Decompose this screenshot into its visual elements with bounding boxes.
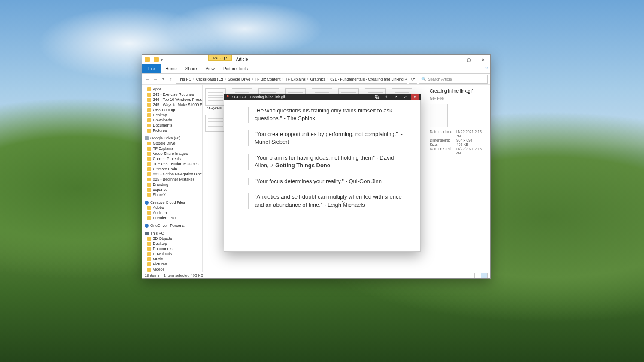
- breadcrumb-segment[interactable]: Crossroads (E:): [196, 77, 223, 81]
- back-button[interactable]: ←: [145, 77, 151, 81]
- tree-label: Ultimate Brain: [153, 167, 177, 171]
- tab-share[interactable]: Share: [181, 64, 201, 73]
- file-thumbnail[interactable]: [205, 115, 226, 140]
- details-row: Dimensions:904 x 694: [430, 138, 487, 142]
- details-key: Size:: [430, 142, 455, 147]
- share-icon[interactable]: ↗: [392, 95, 399, 99]
- tree-node[interactable]: 3D Objects: [142, 236, 202, 241]
- tree-node[interactable]: Apps: [142, 87, 202, 92]
- fullscreen-icon[interactable]: ⤢: [402, 95, 409, 99]
- thumbnail-image: [205, 115, 226, 132]
- tree-node[interactable]: Desktop: [142, 112, 202, 118]
- drive-icon: [145, 136, 149, 140]
- folder-icon: [147, 87, 151, 91]
- pin-icon[interactable]: 📍: [225, 95, 230, 99]
- tree-node[interactable]: 246 - Top 10 Windows Productivity Apps: [142, 97, 202, 102]
- tree-node[interactable]: TF Explains: [142, 146, 202, 151]
- tree-node[interactable]: 245 - Ways to Make $1000 Extra: [142, 102, 202, 107]
- tree-node[interactable]: Premiere Pro: [142, 215, 202, 220]
- tree-node[interactable]: 001 - Notion Navigation Block: [142, 172, 202, 177]
- view-toggle[interactable]: [475, 273, 488, 278]
- tree-node[interactable]: Pictures: [142, 262, 202, 267]
- tab-home[interactable]: Home: [161, 64, 181, 73]
- tree-node[interactable]: TFE 025 - Notion Mistakes: [142, 161, 202, 166]
- folder-icon: [147, 124, 151, 127]
- titlebar[interactable]: ▾ Manage Article — ▢ ✕: [142, 55, 490, 64]
- chevron-right-icon: ›: [224, 77, 227, 81]
- tree-node[interactable]: Downloads: [142, 251, 202, 256]
- tree-node[interactable]: Creative Cloud Files: [142, 200, 202, 205]
- tree-label: Apps: [153, 87, 162, 91]
- tree-label: Music: [153, 257, 163, 261]
- open-with-icon[interactable]: ⇪: [383, 95, 390, 99]
- tree-node[interactable]: Branding: [142, 182, 202, 187]
- details-thumbnail: [430, 104, 448, 127]
- tree-node[interactable]: Ultimate Brain: [142, 166, 202, 172]
- tree-node[interactable]: Music: [142, 256, 202, 262]
- ribbon-tabs: File Home Share View Picture Tools ?: [142, 64, 490, 74]
- divider: [152, 57, 152, 62]
- tree-node[interactable]: ShareX: [142, 192, 202, 197]
- view-details-icon[interactable]: [474, 273, 481, 278]
- breadcrumb-segment[interactable]: Google Drive: [228, 77, 250, 81]
- tree-node[interactable]: espanso: [142, 187, 202, 192]
- tree-node[interactable]: Adobe: [142, 205, 202, 210]
- maximize-button[interactable]: ▢: [461, 55, 476, 64]
- tab-file[interactable]: File: [142, 64, 161, 73]
- file-thumbnail[interactable]: 51xQKHB...: [205, 88, 226, 110]
- tab-picture-tools[interactable]: Picture Tools: [219, 64, 252, 73]
- breadcrumb-segment[interactable]: 021 - Fundamentals - Creating and Linkin…: [330, 77, 407, 81]
- tree-node[interactable]: Videos: [142, 267, 202, 272]
- tree-node[interactable]: Google Drive: [142, 141, 202, 146]
- navigation-tree[interactable]: Apps243 - Exercise Routines246 - Top 10 …: [142, 85, 203, 272]
- quote-block: "Anxieties and self-doubt can multiply w…: [248, 193, 407, 209]
- folder-icon: [147, 193, 151, 197]
- details-row: Size:403 KB: [430, 142, 487, 147]
- tree-node[interactable]: Desktop: [142, 241, 202, 246]
- preview-close-button[interactable]: ✕: [411, 94, 419, 100]
- details-key: Dimensions:: [430, 138, 455, 142]
- tree-node[interactable]: Documents: [142, 246, 202, 251]
- tree-node[interactable]: OBS Footage: [142, 107, 202, 112]
- refresh-button[interactable]: ⟳: [409, 75, 417, 84]
- tree-node[interactable]: OneDrive - Personal: [142, 223, 202, 228]
- tree-node[interactable]: Documents: [142, 123, 202, 128]
- tree-node[interactable]: Downloads: [142, 118, 202, 123]
- chevron-right-icon: ›: [326, 77, 329, 81]
- folder-icon: [147, 262, 151, 266]
- folder-icon: [147, 108, 151, 112]
- tree-node[interactable]: Current Projects: [142, 156, 202, 161]
- minimize-button[interactable]: —: [447, 55, 461, 64]
- close-button[interactable]: ✕: [476, 55, 490, 64]
- preview-titlebar[interactable]: 📍 904×694: Creating inline link.gif ⿻ ⇪ …: [224, 94, 421, 100]
- help-icon[interactable]: ?: [483, 64, 490, 73]
- tree-node[interactable]: This PC: [142, 231, 202, 236]
- cloud-icon: [145, 201, 149, 205]
- breadcrumb-segment[interactable]: This PC: [178, 77, 191, 81]
- tree-node[interactable]: Audition: [142, 210, 202, 215]
- manage-tab[interactable]: Manage: [208, 55, 232, 61]
- tree-node[interactable]: Video Share Images: [142, 151, 202, 156]
- up-button[interactable]: ↑: [168, 77, 174, 81]
- tree-label: Branding: [153, 182, 168, 187]
- breadcrumb-segment[interactable]: TF Biz Content: [255, 77, 281, 81]
- tree-node[interactable]: 025 - Beginner Mistakes: [142, 177, 202, 182]
- qat-chevron-icon[interactable]: ▾: [161, 57, 163, 62]
- recent-locations-button[interactable]: ▾: [160, 77, 166, 81]
- view-thumbnails-icon[interactable]: [481, 273, 488, 278]
- status-selection: 1 item selected 403 KB: [164, 273, 204, 278]
- breadcrumb-segment[interactable]: Graphics: [310, 77, 325, 81]
- tree-label: 245 - Ways to Make $1000 Extra: [153, 103, 202, 107]
- tree-node[interactable]: 243 - Exercise Routines: [142, 92, 202, 97]
- tab-view[interactable]: View: [201, 64, 219, 73]
- tree-node[interactable]: Google Drive (G:): [142, 136, 202, 141]
- copy-icon[interactable]: ⿻: [374, 95, 380, 99]
- forward-button[interactable]: →: [152, 77, 158, 81]
- folder-icon: [147, 157, 151, 161]
- inline-page-link[interactable]: Getting Things Done: [275, 162, 330, 169]
- search-input[interactable]: 🔍 Search Article: [419, 75, 488, 84]
- breadcrumb-segment[interactable]: TF Explains: [285, 77, 306, 81]
- tree-node[interactable]: Pictures: [142, 128, 202, 133]
- details-row: Date created:11/22/2021 2:16 PM: [430, 147, 487, 155]
- address-bar[interactable]: This PC›Crossroads (E:)›Google Drive›TF …: [176, 75, 407, 84]
